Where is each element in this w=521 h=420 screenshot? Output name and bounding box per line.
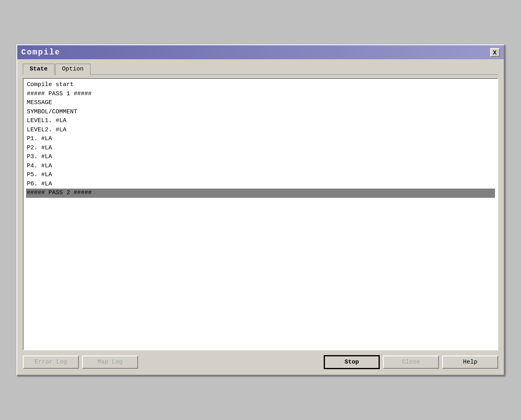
tab-bar: State Option [23,63,498,75]
log-line: SYMBOL/COMMENT [26,108,495,117]
error-log-button[interactable]: Error Log [23,356,79,369]
map-log-button[interactable]: Map Log [82,356,138,369]
log-line: ##### PASS 2 ##### [26,189,495,198]
log-line: P1. #LA [26,135,495,144]
help-button[interactable]: Help [442,356,498,369]
tab-option[interactable]: Option [55,64,90,75]
stop-button[interactable]: Stop [324,355,380,369]
log-line: P6. #LA [26,180,495,189]
log-line: LEVEL1. #LA [26,117,495,126]
dialog-body: State Option Compile start##### PASS 1 #… [17,59,504,375]
close-button[interactable]: Close [383,356,439,369]
dialog-title: Compile [21,48,60,57]
close-icon[interactable]: X [490,48,500,57]
log-line: LEVEL2. #LA [26,126,495,135]
log-line: MESSAGE [26,98,495,108]
button-row: Error Log Map Log Stop Close Help [23,355,498,369]
log-line: P4. #LA [26,162,495,171]
log-line: P2. #LA [26,144,495,153]
log-line: Compile start [26,80,495,90]
log-line: ##### PASS 1 ##### [26,90,495,99]
log-area: Compile start##### PASS 1 #####MESSAGESY… [23,78,498,350]
tab-state[interactable]: State [23,64,54,75]
log-line: P3. #LA [26,153,495,162]
title-bar: Compile X [17,45,504,59]
compile-dialog: Compile X State Option Compile start####… [16,44,505,376]
log-line: P5. #LA [26,171,495,180]
